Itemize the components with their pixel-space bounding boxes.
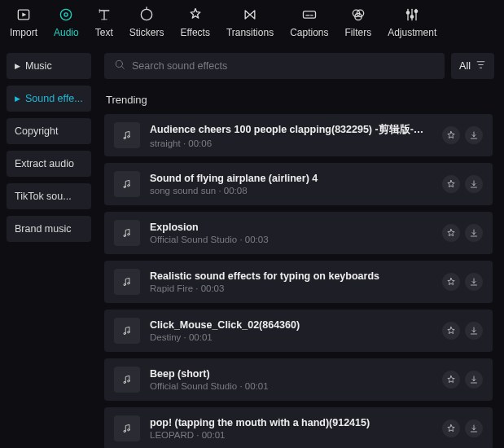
favorite-button[interactable] xyxy=(442,224,460,242)
sidebar-item-music[interactable]: ▶Music xyxy=(7,53,91,79)
sound-subtitle: Official Sound Studio · 00:01 xyxy=(150,381,432,391)
sound-title: Beep (short) xyxy=(150,368,432,380)
toolbar-label: Import xyxy=(10,27,37,38)
filter-all-button[interactable]: All xyxy=(451,53,494,79)
toolbar-label: Filters xyxy=(345,27,372,38)
effects-icon xyxy=(187,7,204,25)
sound-subtitle: Rapid Fire · 00:03 xyxy=(150,283,432,293)
sidebar-item-label: Sound effe... xyxy=(25,93,83,104)
stickers-icon xyxy=(138,7,155,25)
svg-point-16 xyxy=(411,15,414,18)
toolbar-captions[interactable]: Captions xyxy=(282,3,336,42)
search-box[interactable] xyxy=(104,53,445,79)
toolbar-label: Adjustment xyxy=(388,27,436,38)
sound-thumb xyxy=(114,415,140,441)
sound-actions xyxy=(442,224,483,242)
toolbar-stickers[interactable]: Stickers xyxy=(121,3,173,42)
svg-point-19 xyxy=(116,60,122,67)
sound-meta: Audience cheers 100 people clapping(8322… xyxy=(150,123,432,148)
svg-point-18 xyxy=(415,10,418,12)
adjustment-icon xyxy=(404,7,420,25)
svg-point-22 xyxy=(128,136,129,138)
results-list: Audience cheers 100 people clapping(8322… xyxy=(104,114,494,448)
download-button[interactable] xyxy=(465,371,483,389)
download-button[interactable] xyxy=(465,273,483,291)
download-button[interactable] xyxy=(465,419,483,437)
toolbar-audio[interactable]: Audio xyxy=(46,3,87,42)
caret-icon: ▶ xyxy=(15,62,20,70)
toolbar-label: Effects xyxy=(180,27,209,38)
toolbar-adjustment[interactable]: Adjustment xyxy=(379,3,445,42)
sound-meta: Realistic sound effects for typing on ke… xyxy=(150,270,432,293)
download-button[interactable] xyxy=(465,224,483,242)
sound-card[interactable]: Sound of flying airplane (airliner) 4son… xyxy=(104,163,493,205)
sound-subtitle: straight · 00:06 xyxy=(150,138,432,148)
import-icon xyxy=(15,7,32,25)
sound-subtitle: LEOPARD · 00:01 xyxy=(150,430,432,440)
sound-card[interactable]: Click_Mouse_Click_02(864360)Destiny · 00… xyxy=(104,310,493,352)
favorite-button[interactable] xyxy=(442,322,460,340)
svg-point-24 xyxy=(128,185,129,187)
svg-point-26 xyxy=(128,234,129,235)
sound-thumb xyxy=(114,220,140,246)
sound-subtitle: Destiny · 00:01 xyxy=(150,332,432,342)
sound-card[interactable]: Audience cheers 100 people clapping(8322… xyxy=(104,114,493,156)
favorite-button[interactable] xyxy=(442,273,460,291)
text-icon: I xyxy=(96,7,112,25)
sound-title: Realistic sound effects for typing on ke… xyxy=(150,270,432,282)
sound-card[interactable]: ExplosionOfficial Sound Studio · 00:03 xyxy=(104,212,493,254)
audio-icon xyxy=(58,7,74,25)
sound-actions xyxy=(442,175,483,193)
sidebar-item-tiktok[interactable]: TikTok sou... xyxy=(7,183,91,209)
sidebar-item-sound-effects[interactable]: ▶Sound effe... xyxy=(7,86,91,112)
main-panel: All Trending Audience cheers 100 people … xyxy=(98,43,504,448)
favorite-button[interactable] xyxy=(442,419,460,437)
favorite-button[interactable] xyxy=(442,175,460,193)
sidebar-item-extract[interactable]: Extract audio xyxy=(7,151,91,177)
filter-icon xyxy=(476,59,486,72)
svg-point-33 xyxy=(124,430,125,432)
toolbar-filters[interactable]: Filters xyxy=(337,3,380,42)
sound-meta: Sound of flying airplane (airliner) 4son… xyxy=(150,173,432,195)
svg-point-27 xyxy=(124,283,125,285)
svg-point-30 xyxy=(128,332,129,333)
toolbar-text[interactable]: IText xyxy=(87,3,121,42)
sound-subtitle: Official Sound Studio · 00:03 xyxy=(150,235,432,244)
svg-rect-7 xyxy=(303,11,315,18)
sound-subtitle: song sound sun · 00:08 xyxy=(150,186,432,195)
toolbar-transitions[interactable]: Transitions xyxy=(218,3,282,42)
favorite-button[interactable] xyxy=(442,126,460,144)
download-button[interactable] xyxy=(465,322,483,340)
sound-thumb xyxy=(114,171,140,197)
toolbar-effects[interactable]: Effects xyxy=(172,3,217,42)
toolbar-label: Captions xyxy=(290,27,328,38)
sound-card[interactable]: Realistic sound effects for typing on ke… xyxy=(104,261,493,303)
search-input[interactable] xyxy=(132,60,435,72)
favorite-button[interactable] xyxy=(442,371,460,389)
sound-actions xyxy=(442,273,483,291)
download-button[interactable] xyxy=(465,126,483,144)
sound-card[interactable]: Beep (short)Official Sound Studio · 00:0… xyxy=(104,358,493,401)
sidebar-item-brand[interactable]: Brand music xyxy=(7,216,91,242)
svg-point-31 xyxy=(124,381,125,383)
svg-line-20 xyxy=(122,67,125,69)
sound-thumb xyxy=(114,122,140,148)
sound-meta: Click_Mouse_Click_02(864360)Destiny · 00… xyxy=(150,319,432,342)
section-title: Trending xyxy=(106,94,494,106)
sound-thumb xyxy=(114,367,140,393)
sound-title: Audience cheers 100 people clapping(8322… xyxy=(150,123,432,137)
sidebar-item-label: Brand music xyxy=(15,223,71,235)
svg-point-2 xyxy=(61,9,72,20)
svg-text:I: I xyxy=(99,8,100,14)
sidebar-item-copyright[interactable]: Copyright xyxy=(7,118,91,144)
toolbar-import[interactable]: Import xyxy=(2,3,46,42)
svg-marker-1 xyxy=(22,13,26,17)
download-button[interactable] xyxy=(465,175,483,193)
transitions-icon xyxy=(242,7,258,25)
sidebar-item-label: Extract audio xyxy=(15,158,74,169)
sound-title: Sound of flying airplane (airliner) 4 xyxy=(150,173,432,184)
sidebar: ▶Music▶Sound effe...CopyrightExtract aud… xyxy=(0,43,98,448)
sound-card[interactable]: pop! (tapping the mouth with a hand)(912… xyxy=(104,407,493,448)
sound-title: pop! (tapping the mouth with a hand)(912… xyxy=(150,417,432,428)
svg-point-21 xyxy=(124,137,125,138)
